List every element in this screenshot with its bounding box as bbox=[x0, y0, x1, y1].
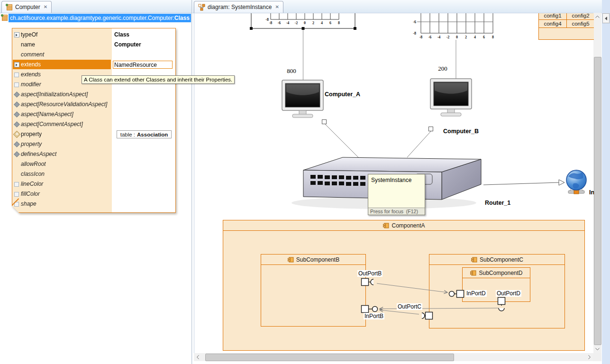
diagram-canvas[interactable]: ComponentA SubComponentB bbox=[194, 13, 594, 354]
diamond-icon bbox=[14, 152, 19, 156]
expander-icon[interactable] bbox=[14, 62, 19, 67]
subcomponent-b-title[interactable]: SubComponentB bbox=[261, 255, 365, 265]
config-cell[interactable]: config1 bbox=[539, 13, 567, 19]
internet-node[interactable]: In bbox=[566, 170, 594, 196]
prop-row-property[interactable]: property table :Association bbox=[12, 129, 175, 139]
selection-frame[interactable] bbox=[250, 13, 356, 30]
subcomponent-d-box[interactable]: SubComponentD bbox=[462, 267, 530, 302]
tab-label: Computer bbox=[15, 4, 40, 10]
resize-handle[interactable] bbox=[354, 27, 356, 30]
svg-text:-8: -8 bbox=[419, 35, 423, 39]
prop-row-extends-selected[interactable]: extends bbox=[12, 60, 175, 70]
tab-diagram-systeminstance[interactable]: diagram: SystemInstance ✕ bbox=[194, 1, 283, 13]
diamond-icon bbox=[14, 142, 19, 146]
close-icon[interactable]: ✕ bbox=[275, 5, 279, 9]
prop-row-typeof[interactable]: typeOf Class bbox=[12, 30, 175, 40]
svg-text:-4: -4 bbox=[286, 21, 290, 25]
svg-text:0: 0 bbox=[456, 35, 458, 39]
class-icon bbox=[6, 4, 13, 11]
expander-icon[interactable] bbox=[14, 32, 19, 37]
prop-row-definesaspect[interactable]: definesAspect bbox=[12, 149, 175, 159]
scrollbar-corner bbox=[593, 353, 601, 361]
connector-handle[interactable] bbox=[322, 120, 327, 124]
checkbox-icon[interactable] bbox=[14, 191, 19, 197]
focus-tooltip-title: SystemInstance bbox=[368, 174, 425, 183]
focus-tooltip: SystemInstance Press for focus (F12) bbox=[368, 174, 425, 215]
horizontal-scroll-thumb[interactable] bbox=[205, 354, 454, 361]
checkbox-icon[interactable] bbox=[14, 72, 19, 77]
horizontal-scrollbar[interactable] bbox=[194, 353, 593, 361]
property-table: typeOf Class name Computer comment exten… bbox=[12, 28, 176, 213]
component-a-title[interactable]: ComponentA bbox=[223, 220, 584, 231]
config-row: config4 config5 bbox=[539, 20, 594, 28]
vertical-scrollbar[interactable] bbox=[593, 13, 601, 353]
config-cell[interactable]: config4 bbox=[539, 20, 567, 27]
svg-text:-8: -8 bbox=[413, 31, 416, 36]
router-label: Router_1 bbox=[485, 200, 510, 206]
association-tag[interactable]: table :Association bbox=[117, 130, 172, 138]
port-label-outportb[interactable]: OutPortB bbox=[357, 270, 382, 277]
computer-b-node[interactable]: Computer_B bbox=[430, 79, 479, 135]
checkbox-icon[interactable] bbox=[14, 82, 19, 87]
component-icon bbox=[382, 222, 389, 229]
restore-panel-button[interactable] bbox=[602, 13, 610, 23]
prop-row-shape[interactable]: shape bbox=[12, 199, 175, 209]
edge-value-800: 800 bbox=[287, 67, 296, 74]
port-label-inportb[interactable]: InPortB bbox=[364, 313, 384, 319]
scroll-right-icon[interactable] bbox=[585, 353, 593, 361]
svg-text:-8: -8 bbox=[265, 18, 269, 22]
edge-widget-b-computer-b[interactable]: 200 bbox=[438, 40, 456, 79]
edge-widget-a-computer-a[interactable]: 800 bbox=[287, 30, 303, 80]
prop-row-aspect-resourcevalidation[interactable]: aspect[ResourceValidationAspect] bbox=[12, 100, 175, 109]
prop-row-allowroot[interactable]: allowRoot bbox=[12, 159, 175, 169]
checkbox-icon[interactable] bbox=[14, 182, 19, 187]
computer-a-node[interactable]: Computer_A bbox=[282, 80, 360, 118]
subcomponent-d-title[interactable]: SubComponentD bbox=[463, 268, 530, 278]
scroll-left-icon[interactable] bbox=[194, 353, 202, 361]
port-label-inportd[interactable]: InPortD bbox=[465, 290, 487, 297]
diamond-plus-icon[interactable] bbox=[14, 132, 19, 137]
config-table[interactable]: config1 config2 config4 config5 bbox=[538, 13, 594, 40]
tab-computer[interactable]: Computer ✕ bbox=[1, 1, 52, 13]
prop-row-aspect-comment[interactable]: aspect[CommentAspect] bbox=[12, 119, 175, 129]
port-label-outportc[interactable]: OutPortC bbox=[397, 303, 422, 310]
close-icon[interactable]: ✕ bbox=[44, 5, 47, 9]
edge-computer-b-router[interactable] bbox=[407, 127, 433, 158]
svg-text:-2: -2 bbox=[446, 35, 450, 39]
svg-text:8: 8 bbox=[338, 21, 340, 25]
prop-row-classicon[interactable]: classIcon bbox=[12, 169, 175, 179]
subcomponent-c-title[interactable]: SubComponentC bbox=[429, 255, 564, 265]
axis-widget-b[interactable]: -6 -8 -8 -6 -4 -2 0 2 4 6 8 bbox=[413, 13, 494, 39]
prop-row-linecolor[interactable]: lineColor bbox=[12, 179, 175, 189]
edge-computer-a-router[interactable] bbox=[322, 120, 359, 158]
resize-handle[interactable] bbox=[302, 27, 305, 30]
prop-row-comment[interactable]: comment bbox=[12, 50, 175, 60]
subcomponent-b-box[interactable]: SubComponentB bbox=[261, 254, 366, 327]
breadcrumb-selected-text[interactable]: ch.actifsource.example.diagramtype.gener… bbox=[9, 14, 191, 22]
resize-handle[interactable] bbox=[250, 27, 253, 30]
vertical-scroll-thumb[interactable] bbox=[594, 57, 601, 345]
prop-row-aspect-initialization[interactable]: aspect[InitializationAspect] bbox=[12, 90, 175, 100]
diagram-tab-bar: diagram: SystemInstance ✕ bbox=[192, 0, 610, 13]
extends-value-input[interactable] bbox=[113, 61, 173, 69]
axis-widget-a[interactable]: -8 -8 -6 -4 -2 0 2 4 6 8 bbox=[265, 13, 340, 25]
prop-row-aspect-name[interactable]: aspect[NameAspect] bbox=[12, 109, 175, 119]
tab-label: diagram: SystemInstance bbox=[208, 4, 272, 10]
prop-row-fillcolor[interactable]: fillColor bbox=[12, 189, 175, 199]
prop-row-property-2[interactable]: property bbox=[12, 139, 175, 149]
left-editor-pane: Computer ✕ ch.actifsource.example.diagra… bbox=[0, 0, 192, 364]
prop-value: Class bbox=[114, 30, 129, 40]
config-row: config1 config2 bbox=[539, 13, 594, 20]
edge-router-internet[interactable] bbox=[483, 180, 564, 185]
config-cell[interactable]: config5 bbox=[567, 20, 594, 27]
port-label-outportd[interactable]: OutPortD bbox=[496, 290, 521, 297]
scroll-up-icon[interactable] bbox=[593, 13, 601, 21]
config-cell[interactable]: config2 bbox=[567, 13, 594, 19]
connector-handle[interactable] bbox=[429, 127, 433, 131]
svg-text:2: 2 bbox=[312, 21, 314, 25]
scroll-down-icon[interactable] bbox=[593, 345, 601, 353]
class-icon bbox=[1, 14, 8, 21]
prop-row-name[interactable]: name Computer bbox=[12, 40, 175, 50]
computer-a-label: Computer_A bbox=[325, 91, 360, 98]
breadcrumb-path: ch.actifsource.example.diagramtype.gener… bbox=[10, 15, 174, 21]
